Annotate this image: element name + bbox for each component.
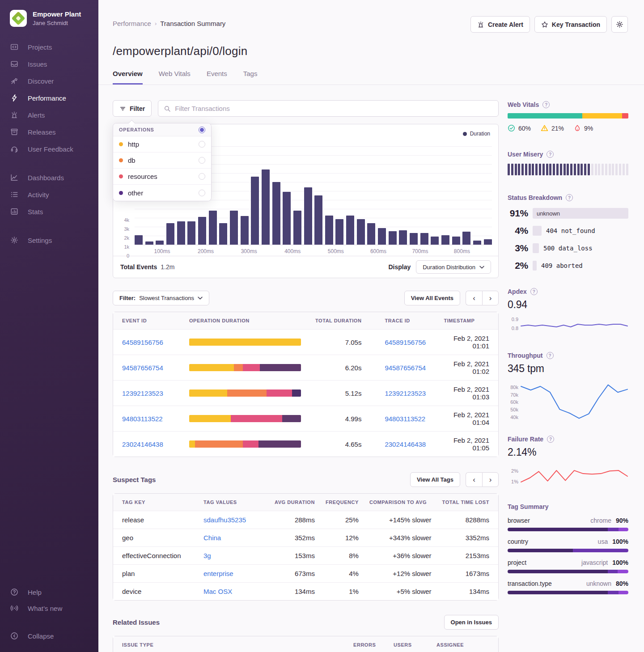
tag-value-link[interactable]: China	[203, 534, 221, 542]
total-time-lost: 8288ms	[437, 511, 498, 529]
sidebar-item-label: Dashboards	[28, 174, 64, 182]
event-id-link[interactable]: 94587656754	[122, 364, 163, 372]
timestamp: Feb 2, 2021 01:03	[438, 381, 498, 406]
settings-button[interactable]	[611, 16, 628, 33]
timestamp: Feb 2, 2021 01:01	[438, 330, 498, 355]
prev-page-button[interactable]: ‹	[466, 291, 482, 305]
status-row: 3% 500 data_loss	[508, 243, 628, 254]
event-id-link[interactable]: 12392123523	[122, 390, 163, 397]
status-code: 409	[541, 262, 552, 269]
tag-value-link[interactable]: Mac OSX	[203, 588, 232, 595]
sidebar-item-dashboards[interactable]: Dashboards	[0, 169, 98, 186]
operations-header-row[interactable]: OPERATIONS	[113, 123, 211, 136]
help-icon[interactable]: ?	[566, 194, 573, 201]
key-transaction-button[interactable]: Key Transaction	[534, 16, 607, 33]
view-all-events-button[interactable]: View All Events	[404, 291, 460, 305]
other-radio[interactable]	[199, 190, 205, 196]
open-in-issues-button[interactable]: Open in Issues	[444, 615, 499, 630]
trace-id-link[interactable]: 94587656754	[385, 364, 426, 372]
filter-icon	[119, 106, 126, 112]
breadcrumb-performance[interactable]: Performance	[113, 20, 151, 27]
flame-icon	[574, 124, 581, 132]
throughput-chart: 80k70k60k50k40k	[508, 381, 628, 422]
tag-value-link[interactable]: 3g	[203, 552, 211, 559]
comparison: +5% slower	[364, 583, 437, 601]
resources-radio[interactable]	[199, 173, 205, 180]
search-input[interactable]	[175, 105, 493, 112]
trace-id-link[interactable]: 12392123523	[385, 390, 426, 397]
tags-pagination: ‹ ›	[466, 472, 499, 487]
db-radio[interactable]	[199, 157, 205, 164]
sidebar-item-whats-new[interactable]: What’s new	[0, 600, 98, 616]
sidebar-item-label: User Feedback	[28, 145, 73, 153]
web-vitals-section: Web Vitals ? 60% 21%	[508, 101, 628, 132]
display-label: Display	[388, 263, 411, 271]
operations-all-radio[interactable]	[199, 127, 205, 133]
operation-item-other[interactable]: other	[113, 185, 211, 201]
db-color-dot	[119, 158, 123, 162]
tab-tags[interactable]: Tags	[243, 70, 258, 85]
sidebar-item-user-feedback[interactable]: User Feedback	[0, 140, 98, 157]
prev-page-button[interactable]: ‹	[466, 472, 482, 487]
tag-summary-value: javascript	[581, 559, 608, 566]
trace-id-link[interactable]: 64589156756	[385, 339, 426, 346]
filter-button[interactable]: Filter	[113, 100, 152, 117]
tag-summary-row: browser chrome 90%	[508, 517, 628, 531]
next-page-button[interactable]: ›	[482, 472, 499, 487]
activity-icon	[10, 190, 19, 199]
create-alert-button[interactable]: Create Alert	[470, 16, 530, 33]
sidebar-item-performance[interactable]: Performance	[0, 89, 98, 106]
status-bar	[533, 243, 539, 253]
tab-events[interactable]: Events	[207, 70, 227, 85]
event-id-link[interactable]: 23024146438	[122, 440, 163, 448]
trace-id-link[interactable]: 23024146438	[385, 440, 426, 448]
sidebar-item-discover[interactable]: Discover	[0, 72, 98, 89]
operation-item-http[interactable]: http	[113, 136, 211, 152]
warning-triangle-icon	[541, 124, 548, 132]
next-page-button[interactable]: ›	[482, 291, 499, 305]
org-switcher[interactable]: Empower Plant Jane Schmidt	[0, 10, 98, 38]
tag-value-link[interactable]: enterprise	[203, 570, 233, 577]
display-select[interactable]: Duration Distribution	[416, 260, 491, 274]
sidebar-item-help[interactable]: Help	[0, 584, 98, 600]
failure-rate-section: Failure Rate ? 2.14% 2%1%	[508, 436, 628, 486]
search-icon	[164, 105, 171, 112]
events-filter-value: Slowest Transactions	[139, 295, 194, 301]
sidebar-item-releases[interactable]: Releases	[0, 123, 98, 140]
help-icon[interactable]: ?	[530, 288, 538, 295]
http-radio[interactable]	[199, 141, 205, 148]
tag-summary-key: transaction.type	[508, 580, 586, 587]
sidebar-item-settings[interactable]: Settings	[0, 232, 98, 249]
status-breakdown-title: Status Breakdown	[508, 194, 562, 201]
operation-item-resources[interactable]: resources	[113, 169, 211, 185]
help-icon[interactable]: ?	[547, 352, 554, 359]
help-icon[interactable]: ?	[547, 151, 554, 158]
tab-overview[interactable]: Overview	[113, 70, 143, 85]
sidebar-item-projects[interactable]: Projects	[0, 38, 98, 55]
col-tag-values: TAG VALUES	[198, 494, 269, 511]
other-color-dot	[119, 191, 123, 195]
event-id-link[interactable]: 64589156756	[122, 339, 163, 346]
tag-summary-row: transaction.type unknown 80%	[508, 580, 628, 594]
view-all-tags-button[interactable]: View All Tags	[410, 472, 460, 487]
event-row: 23024146438 4.65s 23024146438 Feb 2, 202…	[113, 432, 498, 457]
operation-item-db[interactable]: db	[113, 152, 211, 169]
sidebar-item-label: Collapse	[28, 632, 54, 640]
sidebar-item-alerts[interactable]: Alerts	[0, 106, 98, 123]
sidebar-item-activity[interactable]: Activity	[0, 186, 98, 203]
comparison: +343% slower	[364, 529, 437, 547]
sidebar-item-issues[interactable]: Issues	[0, 55, 98, 72]
tab-web-vitals[interactable]: Web Vitals	[159, 70, 191, 85]
status-bar	[533, 226, 542, 236]
help-icon[interactable]: ?	[542, 101, 550, 108]
help-icon[interactable]: ?	[547, 436, 554, 443]
event-id-link[interactable]: 94803113522	[122, 415, 163, 423]
status-code: 404	[546, 227, 557, 234]
tag-value-link[interactable]: sdaufhu35235	[203, 516, 246, 524]
events-filter-select[interactable]: Filter: Slowest Transactions	[113, 291, 209, 305]
sidebar-item-collapse[interactable]: Collapse	[0, 628, 98, 644]
sidebar-item-stats[interactable]: Stats	[0, 203, 98, 220]
chevron-down-icon	[479, 266, 484, 269]
trace-id-link[interactable]: 94803113522	[385, 415, 425, 423]
tag-summary-bar	[508, 570, 628, 573]
